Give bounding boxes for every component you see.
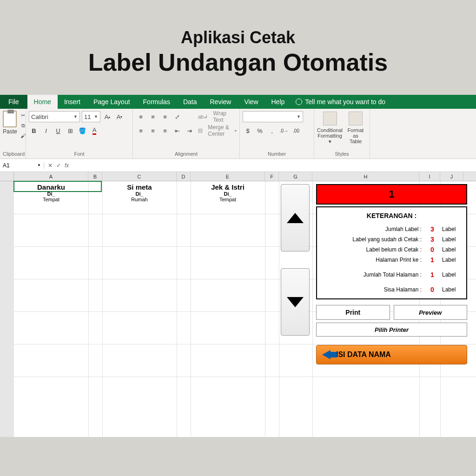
tab-insert[interactable]: Insert — [58, 95, 87, 109]
currency-button[interactable]: $ — [243, 126, 253, 136]
percent-button[interactable]: % — [255, 126, 265, 136]
ket-value: 1 — [424, 271, 440, 278]
col-f[interactable]: F — [265, 172, 279, 181]
comma-button[interactable]: , — [267, 126, 277, 136]
increase-decimal-icon[interactable]: .0→ — [279, 126, 289, 136]
label-card-1: Danarku Di_ Tempat — [14, 181, 88, 202]
col-b[interactable]: B — [88, 172, 102, 181]
col-e[interactable]: E — [191, 172, 265, 181]
merge-center-button[interactable]: ⊟ Merge & Center ▾ — [198, 125, 237, 137]
align-top-icon[interactable]: ≡ — [136, 112, 146, 122]
col-j[interactable]: J — [440, 172, 463, 181]
ket-value: 0 — [424, 246, 440, 253]
col-i[interactable]: I — [419, 172, 440, 181]
align-bottom-icon[interactable]: ≡ — [160, 112, 170, 122]
wrap-text-button[interactable]: ab↲ Wrap Text — [198, 111, 237, 123]
grow-font-icon[interactable]: A▴ — [102, 112, 112, 122]
styles-label: Styles — [317, 150, 367, 159]
indent-increase-icon[interactable]: ⇥ — [184, 126, 194, 136]
paste-button[interactable]: Paste — [3, 111, 17, 139]
enter-icon[interactable]: ✓ — [56, 162, 61, 169]
tab-home[interactable]: Home — [27, 95, 58, 109]
hero-title: Label Undangan Otomatis — [0, 48, 476, 76]
bold-button[interactable]: B — [29, 126, 39, 136]
tab-data[interactable]: Data — [177, 95, 204, 109]
preview-button[interactable]: Preview — [394, 305, 468, 320]
font-name-combo[interactable]: Calibri▼ — [29, 111, 80, 122]
pilih-printer-button[interactable]: Pilih Printer — [316, 323, 467, 337]
label-1-tempat: Tempat — [14, 197, 88, 202]
clipboard-label: Clipboard — [3, 150, 23, 159]
format-table-icon — [349, 112, 363, 126]
label-card-3: Jek & Istri Di_ Tempat — [191, 181, 265, 202]
tell-me-search[interactable]: Tell me what you want to do — [291, 95, 390, 109]
keterangan-row: Jumlah Total Halaman :1Label — [317, 270, 466, 280]
border-button[interactable]: ⊞ — [65, 126, 75, 136]
shrink-font-icon[interactable]: A▾ — [114, 112, 125, 122]
keterangan-box: KETERANGAN : Jumlah Label :3LabelLabel y… — [316, 206, 467, 299]
label-3-di: Di_ — [191, 191, 265, 197]
align-left-icon[interactable]: ≡ — [136, 126, 146, 136]
lightbulb-icon — [296, 99, 302, 105]
row-headers — [0, 181, 14, 437]
keterangan-row: Jumlah Label :3Label — [317, 224, 466, 234]
ribbon-tabs: File Home Insert Page Layout Formulas Da… — [0, 95, 476, 109]
select-all-corner[interactable] — [0, 172, 14, 181]
conditional-formatting-button[interactable]: ConditionalFormatting ▾ — [317, 111, 343, 150]
label-2-name: Si meta — [102, 183, 177, 191]
col-c[interactable]: C — [102, 172, 177, 181]
paste-label: Paste — [3, 128, 17, 135]
page-up-button[interactable] — [281, 184, 310, 251]
ket-value: 1 — [424, 256, 440, 264]
indent-decrease-icon[interactable]: ⇤ — [172, 126, 182, 136]
fx-icon[interactable]: fx — [65, 162, 69, 169]
ket-label: Label belum di Cetak : — [321, 246, 424, 253]
col-h[interactable]: H — [312, 172, 419, 181]
label-2-tempat: Rumah — [102, 197, 177, 202]
ket-unit: Label — [440, 226, 463, 232]
font-size-combo[interactable]: 11▼ — [82, 111, 100, 122]
label-1-name: Danarku — [14, 183, 88, 191]
ket-unit: Label — [440, 286, 463, 293]
excel-window: File Home Insert Page Layout Formulas Da… — [0, 95, 476, 437]
label-card-2: Si meta Di_ Rumah — [102, 181, 177, 202]
align-middle-icon[interactable]: ≡ — [148, 112, 158, 122]
ket-label: Sisa Halaman : — [321, 286, 424, 293]
font-color-button[interactable]: A — [89, 126, 99, 136]
name-box[interactable]: A1▼ — [0, 162, 44, 169]
italic-button[interactable]: I — [41, 126, 51, 136]
group-font: Calibri▼ 11▼ A▴ A▾ B I U ⊞ 🪣 A Font — [26, 109, 133, 159]
ket-unit: Label — [440, 246, 463, 253]
print-button[interactable]: Print — [316, 305, 390, 320]
tab-file[interactable]: File — [0, 95, 27, 109]
tab-page-layout[interactable]: Page Layout — [87, 95, 137, 109]
orientation-icon[interactable]: ⤢ — [172, 112, 182, 122]
align-center-icon[interactable]: ≡ — [148, 126, 158, 136]
align-right-icon[interactable]: ≡ — [160, 126, 170, 136]
isi-data-nama-button[interactable]: ISI DATA NAMA — [316, 345, 467, 364]
cells-area[interactable]: Danarku Di_ Tempat Si meta Di_ Rumah Jek… — [14, 181, 476, 437]
tab-view[interactable]: View — [238, 95, 264, 109]
tab-formulas[interactable]: Formulas — [137, 95, 177, 109]
ket-unit: Label — [440, 236, 463, 243]
underline-button[interactable]: U — [53, 126, 63, 136]
col-g[interactable]: G — [279, 172, 312, 181]
group-styles: ConditionalFormatting ▾ Format asTable S… — [314, 109, 370, 159]
cancel-icon[interactable]: ✕ — [48, 162, 53, 169]
ket-label: Halaman Print ke : — [321, 257, 424, 263]
arrow-up-icon — [287, 213, 304, 223]
hero-banner: Aplikasi Cetak Label Undangan Otomatis — [0, 0, 476, 95]
font-label: Font — [29, 150, 130, 159]
tab-help[interactable]: Help — [265, 95, 291, 109]
nav-arrows — [279, 181, 312, 338]
decrease-decimal-icon[interactable]: .00 — [291, 126, 301, 136]
col-d[interactable]: D — [177, 172, 191, 181]
page-down-button[interactable] — [281, 268, 310, 336]
number-label: Number — [243, 150, 311, 159]
number-format-combo[interactable]: ▼ — [243, 111, 303, 122]
info-panel: 1 KETERANGAN : Jumlah Label :3LabelLabel… — [316, 184, 467, 364]
fill-color-button[interactable]: 🪣 — [77, 126, 87, 136]
col-a[interactable]: A — [14, 172, 88, 181]
format-table-button[interactable]: Format asTable — [344, 111, 367, 150]
tab-review[interactable]: Review — [204, 95, 238, 109]
